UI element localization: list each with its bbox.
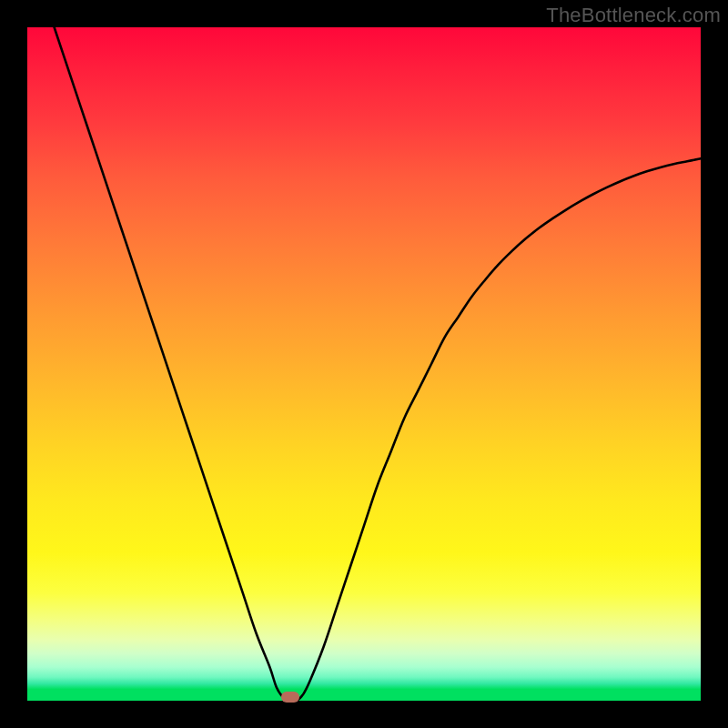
plot-area bbox=[27, 27, 701, 701]
bottleneck-curve bbox=[27, 27, 701, 701]
watermark-text: TheBottleneck.com bbox=[546, 4, 721, 27]
minimum-marker bbox=[281, 692, 299, 703]
chart-frame: TheBottleneck.com bbox=[0, 0, 728, 728]
